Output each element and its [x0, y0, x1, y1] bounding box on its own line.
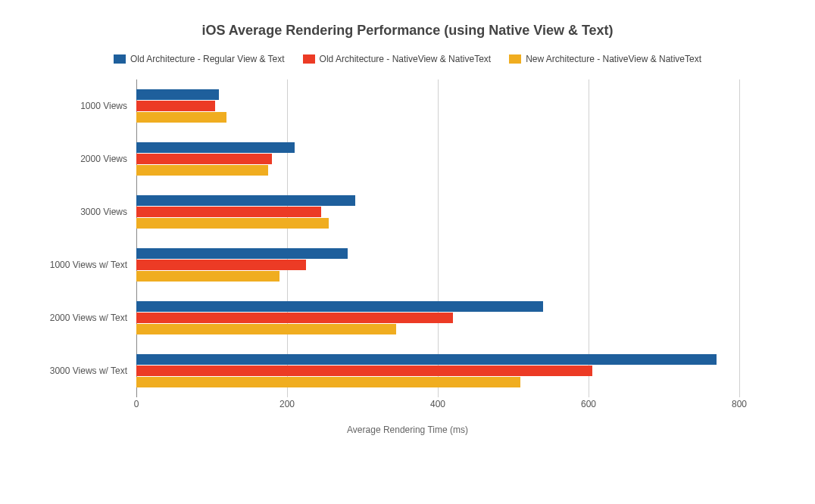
bar-3-1 — [136, 260, 306, 270]
legend-swatch-1 — [303, 54, 315, 64]
bar-3-0 — [136, 248, 348, 259]
bar-groups: 1000 Views 2000 Views 3000 Views 1000 Vi… — [136, 79, 739, 397]
xtick-2: 400 — [430, 399, 445, 409]
category-label-1: 2000 Views — [80, 154, 127, 164]
legend-swatch-0 — [114, 54, 126, 64]
group-1: 2000 Views — [136, 132, 739, 185]
legend-item-1: Old Architecture - NativeView & NativeTe… — [303, 54, 492, 64]
bar-4-2 — [136, 324, 396, 334]
category-label-4: 2000 Views w/ Text — [50, 313, 127, 323]
chart-area: 1000 Views 2000 Views 3000 Views 1000 Vi… — [38, 79, 777, 435]
x-ticks: 0 200 400 600 800 — [136, 399, 739, 414]
category-label-2: 3000 Views — [80, 207, 127, 217]
bar-0-1 — [136, 101, 215, 111]
xtick-1: 200 — [279, 399, 295, 409]
group-5: 3000 Views w/ Text — [136, 344, 739, 397]
bar-2-0 — [136, 195, 355, 206]
bar-3-2 — [136, 271, 279, 282]
bar-1-1 — [136, 154, 272, 164]
category-label-5: 3000 Views w/ Text — [50, 366, 127, 376]
xtick-4: 800 — [732, 399, 747, 409]
bar-5-2 — [136, 377, 520, 387]
xtick-3: 600 — [581, 399, 596, 409]
bar-2-1 — [136, 207, 321, 217]
legend-item-2: New Architecture - NativeView & NativeTe… — [509, 54, 701, 64]
plot: 1000 Views 2000 Views 3000 Views 1000 Vi… — [136, 79, 739, 397]
bar-1-2 — [136, 165, 268, 176]
legend-label-0: Old Architecture - Regular View & Text — [130, 54, 285, 64]
bar-0-0 — [136, 89, 219, 100]
bar-4-1 — [136, 313, 453, 323]
legend-item-0: Old Architecture - Regular View & Text — [114, 54, 285, 64]
category-label-0: 1000 Views — [80, 101, 127, 111]
legend-label-1: Old Architecture - NativeView & NativeTe… — [320, 54, 492, 64]
x-axis-label: Average Rendering Time (ms) — [38, 425, 777, 435]
xtick-0: 0 — [134, 399, 139, 409]
bar-4-0 — [136, 301, 543, 312]
legend-swatch-2 — [509, 54, 521, 64]
bar-2-2 — [136, 218, 329, 229]
chart-title: iOS Average Rendering Performance (using… — [38, 23, 777, 39]
bar-5-0 — [136, 354, 717, 365]
group-3: 1000 Views w/ Text — [136, 238, 739, 291]
bar-1-0 — [136, 142, 295, 153]
category-label-3: 1000 Views w/ Text — [50, 260, 127, 270]
legend: Old Architecture - Regular View & Text O… — [38, 54, 777, 64]
group-4: 2000 Views w/ Text — [136, 291, 739, 344]
group-2: 3000 Views — [136, 185, 739, 238]
legend-label-2: New Architecture - NativeView & NativeTe… — [526, 54, 701, 64]
bar-5-1 — [136, 366, 592, 376]
gridline-4 — [739, 79, 740, 397]
bar-0-2 — [136, 112, 226, 123]
group-0: 1000 Views — [136, 79, 739, 132]
